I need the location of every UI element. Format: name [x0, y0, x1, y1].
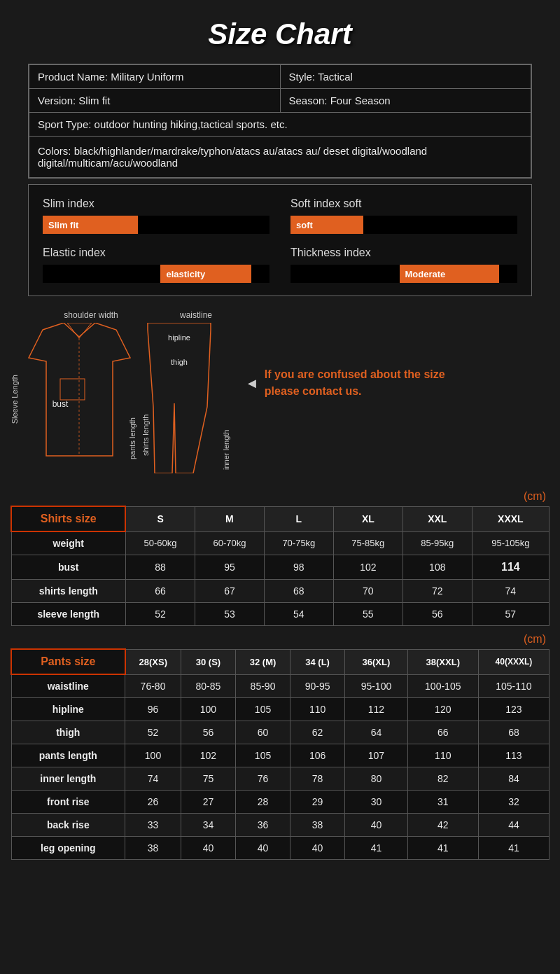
- svg-marker-5: [148, 323, 211, 473]
- pants-back-rise-row: back rise 33 34 36 38 40 42 44: [11, 814, 550, 837]
- svg-text:thigh: thigh: [171, 358, 188, 366]
- shirt-svg: bust: [22, 323, 137, 459]
- elastic-index-value: elasticity: [160, 265, 251, 283]
- pants-leg-opening-row: leg opening 38 40 40 40 41 41 41: [11, 837, 550, 860]
- product-season: Season: Four Season: [280, 89, 531, 113]
- page-wrapper: Size Chart Product Name: Military Unifor…: [0, 0, 560, 874]
- product-info-section: Product Name: Military Uniform Style: Ta…: [28, 64, 532, 179]
- svg-rect-1: [60, 379, 85, 400]
- diagram-body-row: Sleeve Length bust: [10, 323, 218, 476]
- pants-cm-label: (cm): [10, 633, 550, 646]
- sleeve-length-label: Sleeve Length: [10, 375, 19, 424]
- svg-text:bust: bust: [52, 399, 69, 409]
- index-row-1: Slim index Slim fit Soft index soft soft: [43, 197, 517, 234]
- pants-figure: pants length hipline thigh inner length: [141, 323, 218, 476]
- slim-index-col: Slim index Slim fit: [43, 197, 270, 234]
- slim-index-value: Slim fit: [43, 216, 138, 234]
- slim-index-bar: Slim fit: [43, 216, 270, 234]
- shirts-section-label: Shirts size: [11, 506, 125, 531]
- pants-waistline-row: waistline 76-80 80-85 85-90 90-95 95-100…: [11, 674, 550, 698]
- svg-text:hipline: hipline: [168, 333, 190, 342]
- shirts-size-table: Shirts size S M L XL XXL XXXL weight 50-…: [10, 506, 550, 626]
- thickness-index-value: Moderate: [400, 265, 500, 283]
- product-style: Style: Tactical: [280, 65, 531, 89]
- size-note: If you are confused about the size pleas…: [265, 366, 461, 400]
- product-name: Product Name: Military Uniform: [29, 65, 281, 89]
- pants-length-label: pants length: [128, 330, 136, 459]
- inner-length-label: inner length: [222, 351, 230, 470]
- shoulder-width-label: shoulder width: [28, 310, 154, 320]
- elastic-index-col: Elastic index elasticity: [43, 246, 270, 283]
- pants-size-table: Pants size 28(XS) 30 (S) 32 (M) 34 (L) 3…: [10, 648, 550, 860]
- soft-index-col: Soft index soft soft: [290, 197, 517, 234]
- pants-table-section: (cm) Pants size 28(XS) 30 (S) 32 (M) 34 …: [10, 633, 550, 860]
- svg-marker-0: [29, 323, 130, 456]
- diagram-note-area: ◄ If you are confused about the size ple…: [245, 310, 461, 400]
- shirts-sleeve-row: sleeve length 52 53 54 55 56 57: [11, 603, 550, 626]
- elastic-index-label: Elastic index: [43, 246, 270, 259]
- thickness-index-bar: Moderate: [290, 265, 517, 283]
- thickness-index-label: Thickness index: [290, 246, 517, 259]
- elastic-index-bar: elasticity: [43, 265, 270, 283]
- pants-hipline-row: hipline 96 100 105 110 112 120 123: [11, 698, 550, 721]
- shirts-header-row: Shirts size S M L XL XXL XXXL: [11, 506, 550, 531]
- main-title: Size Chart: [0, 18, 560, 51]
- shirts-table-section: (cm) Shirts size S M L XL XXL XXXL weigh…: [10, 490, 550, 626]
- diagram-section: shoulder width waistline Sleeve Length: [10, 310, 550, 476]
- index-row-2: Elastic index elasticity Thickness index…: [43, 246, 517, 283]
- shirt-figure: bust shirts length: [22, 323, 137, 476]
- thickness-index-col: Thickness index Moderate: [290, 246, 517, 283]
- soft-index-bar: soft: [290, 216, 517, 234]
- shirts-bust-row: bust 88 95 98 102 108 114: [11, 555, 550, 580]
- title-section: Size Chart: [0, 7, 560, 58]
- product-colors: Colors: black/highlander/mardrake/typhon…: [29, 137, 531, 178]
- soft-index-value: soft: [290, 216, 363, 234]
- pants-section-label: Pants size: [11, 649, 125, 674]
- shirts-weight-row: weight 50-60kg 60-70kg 70-75kg 75-85kg 8…: [11, 531, 550, 555]
- shirts-length-row: shirts length 66 67 68 70 72 74: [11, 580, 550, 603]
- product-version: Version: Slim fit: [29, 89, 281, 113]
- pants-length-row: pants length 100 102 105 106 107 110 113: [11, 744, 550, 767]
- waistline-label: waistline: [154, 310, 238, 320]
- soft-index-label: Soft index soft: [290, 197, 517, 210]
- product-sport: Sport Type: outdoor hunting hiking,tacti…: [29, 113, 531, 137]
- pants-front-rise-row: front rise 26 27 28 29 30 31 32: [11, 791, 550, 814]
- diagram-figures: shoulder width waistline Sleeve Length: [10, 310, 238, 476]
- pants-header-row: Pants size 28(XS) 30 (S) 32 (M) 34 (L) 3…: [11, 649, 550, 674]
- slim-index-label: Slim index: [43, 197, 270, 210]
- arrow-icon: ◄: [245, 375, 259, 391]
- pants-svg: hipline thigh: [141, 323, 218, 473]
- pants-inner-row: inner length 74 75 76 78 80 82 84: [11, 767, 550, 791]
- shirts-cm-label: (cm): [10, 490, 550, 503]
- index-section: Slim index Slim fit Soft index soft soft…: [28, 184, 532, 296]
- pants-thigh-row: thigh 52 56 60 62 64 66 68: [11, 721, 550, 744]
- diagram-top-labels: shoulder width waistline: [28, 310, 238, 320]
